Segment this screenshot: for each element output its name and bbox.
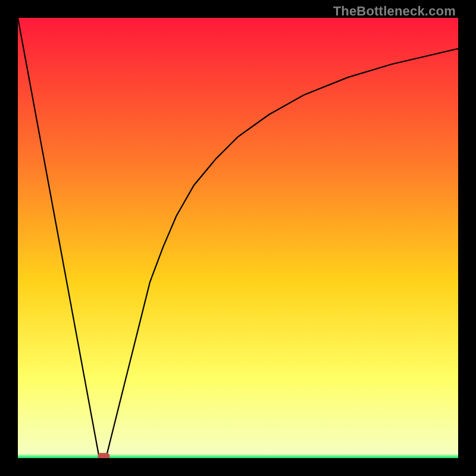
min-marker — [98, 453, 109, 458]
plot-area — [18, 18, 458, 458]
watermark-text: TheBottleneck.com — [333, 4, 456, 19]
plot-background — [18, 18, 458, 458]
chart-svg — [18, 18, 458, 458]
chart-frame: TheBottleneck.com — [0, 0, 476, 476]
